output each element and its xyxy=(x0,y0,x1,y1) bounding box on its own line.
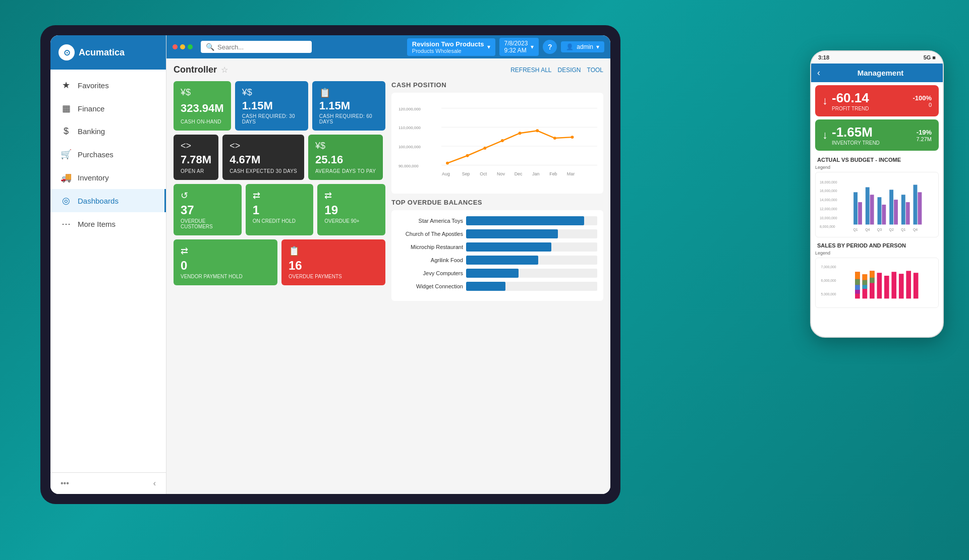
overdue-bar-wrap xyxy=(466,229,597,238)
topbar: 🔍 Revision Two Products Products Wholesa… xyxy=(166,35,610,58)
overdue-name: Jevy Computers xyxy=(397,270,463,276)
cash-value: 323.94M xyxy=(181,103,224,114)
bottom-metrics-row: ↺ 37 OVERDUE CUSTOMERS ⇄ 1 ON CREDIT HOL… xyxy=(174,184,385,235)
mobile-profit-right: -100% 0 xyxy=(913,94,932,108)
svg-text:Nov: Nov xyxy=(497,171,505,176)
svg-text:5,000,000: 5,000,000 xyxy=(821,292,836,296)
minimize-dot[interactable] xyxy=(180,44,185,49)
sidebar-item-dashboards[interactable]: ◎ Dashboards xyxy=(50,189,166,212)
credit-icon: ⇄ xyxy=(253,190,307,201)
overdue-90-card[interactable]: ⇄ 19 OVERDUE 90+ xyxy=(317,184,385,235)
mobile-status-bar: 3:18 5G ■ xyxy=(811,51,943,64)
company-name: Revision Two Products xyxy=(412,40,484,48)
svg-text:Q1: Q1 xyxy=(853,228,858,232)
sidebar: ⊙ Acumatica ★ Favorites ▦ Finance $ Bank… xyxy=(50,35,166,494)
mobile-signal: 5G ■ xyxy=(924,54,936,60)
mobile-chart1-legend: Legend xyxy=(811,164,943,170)
sidebar-item-favorites[interactable]: ★ Favorites xyxy=(50,74,166,97)
overdue-customers-card[interactable]: ↺ 37 OVERDUE CUSTOMERS xyxy=(174,184,242,235)
income-chart-svg: 18,000,000 16,000,000 14,000,000 12,000,… xyxy=(820,176,934,233)
credit-hold-card[interactable]: ⇄ 1 ON CREDIT HOLD xyxy=(246,184,314,235)
svg-text:Q3: Q3 xyxy=(877,228,882,232)
mobile-profit-card[interactable]: ↓ -60.14 PROFIT TREND -100% 0 xyxy=(815,85,939,116)
search-icon: 🔍 xyxy=(206,43,214,51)
topbar-date[interactable]: 7/8/2023 9:32 AM ▾ xyxy=(499,38,539,56)
search-box[interactable]: 🔍 xyxy=(201,41,312,53)
overdue-bar-wrap xyxy=(466,216,597,225)
mobile-chart2-title: SALES BY PERIOD AND PERSON xyxy=(811,239,943,250)
date-value: 7/8/2023 xyxy=(504,40,528,47)
cash-on-hand-card[interactable]: ¥$ 323.94M CASH ON-HAND xyxy=(174,81,231,131)
svg-text:Feb: Feb xyxy=(549,171,557,176)
sales-chart-svg: 7,000,000 6,000,000 5,000,000 xyxy=(820,262,934,303)
cash-position-chart: 120,000,000 110,000,000 100,000,000 90,0… xyxy=(391,93,603,194)
svg-text:Mar: Mar xyxy=(567,171,575,176)
overdue-name: Church of The Apostles xyxy=(397,231,463,237)
sidebar-item-label: Inventory xyxy=(78,173,109,182)
svg-rect-68 xyxy=(914,273,919,298)
svg-text:Dec: Dec xyxy=(515,171,523,176)
svg-rect-66 xyxy=(899,274,904,298)
svg-point-9 xyxy=(466,154,469,157)
svg-rect-30 xyxy=(853,192,858,224)
topbar-company[interactable]: Revision Two Products Products Wholesale… xyxy=(407,38,495,56)
overdue-label: OVERDUE CUSTOMERS xyxy=(181,218,235,229)
svg-point-12 xyxy=(519,132,522,135)
sidebar-bottom[interactable]: ••• ‹ xyxy=(50,472,166,494)
overdue-payments-card[interactable]: 📋 16 OVERDUE PAYMENTS xyxy=(281,239,385,285)
cash-required-30-card[interactable]: ¥$ 1.15M CASH REQUIRED: 30 DAYS xyxy=(235,81,308,131)
inventory-arrow-icon: ↓ xyxy=(822,129,828,142)
user-chevron-icon: ▾ xyxy=(596,43,599,50)
expected-label: CASH EXPECTED 30 DAYS xyxy=(230,168,297,174)
open-ar-card[interactable]: <> 7.78M OPEN AR xyxy=(174,135,218,180)
svg-rect-53 xyxy=(855,279,860,285)
dashboard-grid: ¥$ 323.94M CASH ON-HAND ¥$ 1.15M CASH RE… xyxy=(174,81,603,301)
search-input[interactable] xyxy=(217,43,307,51)
mobile-back-button[interactable]: ‹ xyxy=(817,68,820,78)
sidebar-item-label: Finance xyxy=(78,104,104,113)
overdue90-label: OVERDUE 90+ xyxy=(324,218,378,224)
main-content: 🔍 Revision Two Products Products Wholesa… xyxy=(166,35,610,494)
vendor-value: 0 xyxy=(181,259,270,273)
svg-rect-37 xyxy=(894,200,898,224)
sidebar-item-finance[interactable]: ▦ Finance xyxy=(50,97,166,120)
time-value: 9:32 AM xyxy=(504,47,528,54)
logo-symbol: ⊙ xyxy=(64,48,70,57)
mobile-title: Management xyxy=(824,69,937,77)
user-name: admin xyxy=(577,43,593,50)
svg-rect-39 xyxy=(906,202,910,224)
avg-days-card[interactable]: ¥$ 25.16 AVERAGE DAYS TO PAY xyxy=(308,135,383,180)
overdue-bar xyxy=(466,269,519,278)
cash-expected-card[interactable]: <> 4.67M CASH EXPECTED 30 DAYS xyxy=(222,135,304,180)
profit-arrow-icon: ↓ xyxy=(822,94,828,107)
refresh-all-button[interactable]: REFRESH ALL xyxy=(510,67,551,74)
overdue-bar-wrap xyxy=(466,242,597,252)
window-controls xyxy=(173,44,193,49)
maximize-dot[interactable] xyxy=(188,44,193,49)
mobile-inventory-card[interactable]: ↓ -1.65M INVENTORY TREND -19% 7.27M xyxy=(815,119,939,151)
sidebar-item-inventory[interactable]: 🚚 Inventory xyxy=(50,166,166,189)
mobile-inventory-right: -19% 7.27M xyxy=(916,129,932,142)
overdue-row: Widget Connection xyxy=(397,282,597,291)
sidebar-item-banking[interactable]: $ Banking xyxy=(50,120,166,143)
svg-rect-33 xyxy=(870,195,874,224)
topbar-user[interactable]: 👤 admin ▾ xyxy=(561,41,604,52)
sidebar-item-label: More Items xyxy=(78,220,116,228)
favorite-star-icon[interactable]: ☆ xyxy=(221,65,228,75)
sidebar-item-more[interactable]: ⋯ More Items xyxy=(50,212,166,235)
cash-required-60-card[interactable]: 📋 1.15M CASH REQUIRED: 60 DAYS xyxy=(312,81,385,131)
sidebar-logo: ⊙ Acumatica xyxy=(50,35,166,70)
tools-button[interactable]: TOOL xyxy=(587,67,603,74)
help-button[interactable]: ? xyxy=(543,40,557,54)
sidebar-item-label: Purchases xyxy=(78,150,113,159)
vendor-hold-card[interactable]: ⇄ 0 VENDOR PAYMENT HOLD xyxy=(174,239,277,285)
close-dot[interactable] xyxy=(173,44,178,49)
svg-rect-32 xyxy=(866,187,870,224)
svg-text:Oct: Oct xyxy=(480,171,487,176)
overdue-name: Star America Toys xyxy=(397,218,463,224)
payments-label: OVERDUE PAYMENTS xyxy=(289,274,378,279)
sidebar-item-purchases[interactable]: 🛒 Purchases xyxy=(50,143,166,166)
svg-text:8,000,000: 8,000,000 xyxy=(820,225,835,228)
page-header: Controller ☆ REFRESH ALL DESIGN TOOL xyxy=(174,65,603,75)
design-button[interactable]: DESIGN xyxy=(558,67,581,74)
